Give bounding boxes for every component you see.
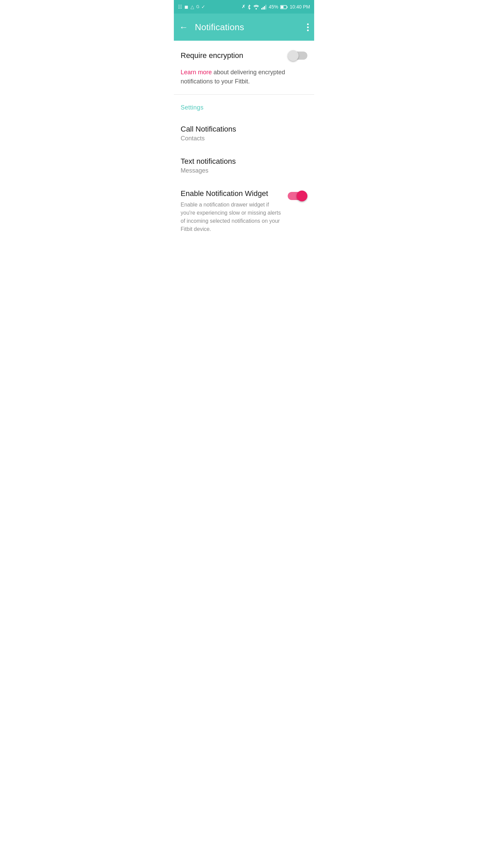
image-icon: ◼ (184, 4, 188, 9)
encryption-description: Learn more about delivering encrypted no… (181, 68, 307, 86)
svg-rect-6 (287, 6, 288, 8)
widget-text: Enable Notification Widget Enable a noti… (181, 189, 282, 233)
encryption-section: Require encryption Learn more about deli… (174, 41, 314, 94)
bluetooth-icon: ✗ (242, 4, 251, 9)
settings-section-header: Settings (181, 104, 307, 111)
galaxy-icon: G (196, 4, 199, 9)
encryption-row: Require encryption (181, 50, 307, 61)
call-notifications-item[interactable]: Call Notifications Contacts (181, 119, 307, 152)
status-bar: ☷ ◼ △ G ✓ ✗ 45% (174, 0, 314, 14)
svg-rect-1 (263, 7, 264, 9)
page-title: Notifications (195, 22, 244, 33)
widget-title: Enable Notification Widget (181, 189, 282, 198)
battery-icon (280, 4, 288, 9)
encryption-label: Require encryption (181, 51, 243, 60)
battery-percentage: 45% (269, 4, 278, 9)
text-notifications-title: Text notifications (181, 157, 307, 166)
overflow-menu-button[interactable] (307, 23, 309, 31)
text-notifications-subtitle: Messages (181, 167, 307, 174)
encryption-toggle[interactable] (288, 50, 307, 61)
widget-description: Enable a notification drawer widget if y… (181, 201, 282, 233)
settings-section: Settings Call Notifications Contacts Tex… (174, 95, 314, 184)
svg-rect-3 (265, 5, 266, 9)
menu-dot-2 (307, 26, 309, 28)
text-notifications-item[interactable]: Text notifications Messages (181, 152, 307, 184)
warning-icon: △ (190, 4, 194, 9)
widget-row: Enable Notification Widget Enable a noti… (181, 189, 307, 233)
calendar-check-icon: ✓ (201, 4, 205, 9)
back-button[interactable]: ← (179, 23, 188, 32)
widget-toggle-thumb (297, 191, 307, 201)
svg-rect-2 (264, 6, 265, 9)
widget-toggle[interactable] (288, 191, 307, 201)
menu-dot-3 (307, 29, 309, 31)
main-content: Require encryption Learn more about deli… (174, 41, 314, 233)
app-bar: ← Notifications (174, 14, 314, 41)
status-bar-right: ✗ 45% (242, 4, 310, 9)
call-notifications-title: Call Notifications (181, 125, 307, 134)
encryption-toggle-thumb (288, 50, 299, 61)
svg-rect-0 (261, 8, 262, 9)
status-bar-left: ☷ ◼ △ G ✓ (178, 4, 205, 9)
widget-section: Enable Notification Widget Enable a noti… (174, 184, 314, 233)
app-bar-left: ← Notifications (179, 22, 244, 33)
learn-more-link[interactable]: Learn more (181, 69, 212, 76)
signal-icon (261, 4, 267, 9)
menu-dot-1 (307, 23, 309, 25)
call-notifications-subtitle: Contacts (181, 135, 307, 142)
time-display: 10:40 PM (290, 4, 310, 9)
widget-toggle-container[interactable] (288, 191, 307, 201)
svg-rect-5 (281, 6, 284, 8)
wifi-icon (253, 4, 259, 9)
layers-icon: ☷ (178, 4, 182, 9)
